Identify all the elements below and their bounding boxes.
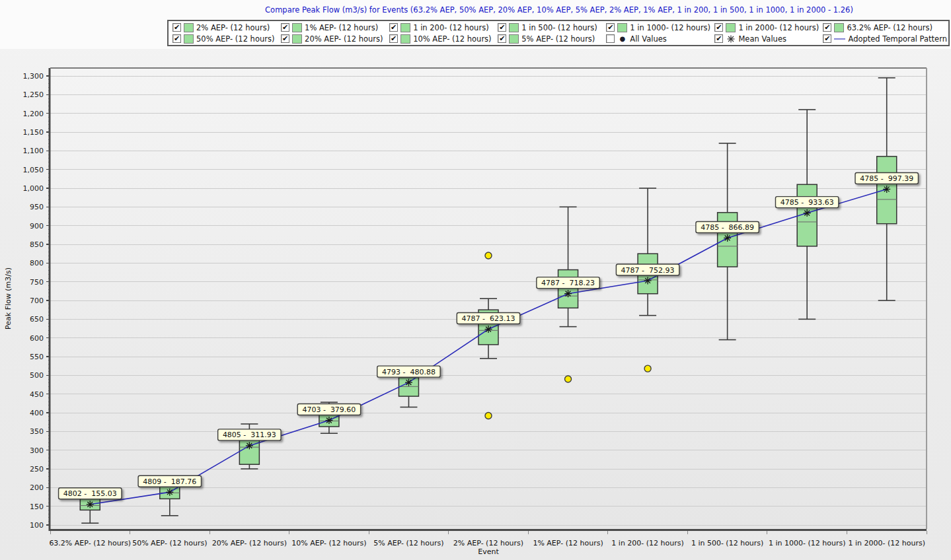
outlier-point[interactable] (485, 252, 492, 259)
box-rect[interactable] (558, 270, 578, 308)
y-axis-tick-label: 1,100 (23, 147, 44, 155)
mean-marker-icon (724, 234, 731, 242)
y-axis-tick-label: 650 (30, 315, 44, 324)
x-axis-label: 1 in 1000- (12 hours) (769, 539, 845, 547)
series-callout-2-aep-12-hours[interactable]: 4787 - 623.13 (457, 313, 519, 324)
y-axis-tick-label: 550 (30, 353, 44, 361)
series-callout-text: 4793 - 480.88 (382, 368, 436, 376)
series-callout-text: 4785 - 933.63 (780, 198, 834, 207)
mean-marker-icon (325, 417, 332, 424)
y-axis-tick-label: 150 (30, 503, 44, 511)
mean-marker-icon (405, 379, 412, 386)
series-callout-10-aep-12-hours[interactable]: 4703 - 379.60 (297, 404, 360, 415)
y-axis-tick-label: 450 (30, 390, 44, 399)
series-callout-1-aep-12-hours[interactable]: 4787 - 718.23 (537, 277, 599, 289)
series-callout-1-in-1000-12-hours[interactable]: 4785 - 933.63 (775, 197, 838, 208)
y-axis-tick-label: 800 (30, 259, 44, 267)
mean-marker-icon (644, 277, 652, 285)
series-callout-text: 4809 - 187.76 (143, 477, 196, 486)
x-axis-label: 1% AEP- (12 hours) (533, 539, 603, 547)
y-axis-tick-label: 600 (30, 334, 44, 343)
series-callout-text: 4802 - 155.03 (63, 489, 117, 498)
y-axis-title: Peak Flow (m3/s) (4, 267, 13, 330)
y-axis-tick-label: 1,300 (23, 72, 44, 81)
series-callout-1-in-500-12-hours[interactable]: 4785 - 866.89 (696, 221, 759, 232)
x-axis-label: 20% AEP- (12 hours) (212, 539, 287, 547)
compare-peak-flow-window: Compare Peak Flow (m3/s) for Events (63.… (0, 0, 951, 560)
y-axis-tick-label: 200 (30, 483, 44, 492)
y-axis-tick-label: 750 (30, 278, 44, 287)
outlier-point[interactable] (644, 365, 651, 372)
series-callout-text: 4785 - 997.39 (860, 174, 913, 183)
mean-marker-icon (87, 501, 94, 508)
series-callout-20-aep-12-hours[interactable]: 4805 - 311.93 (218, 429, 281, 440)
mean-marker-icon (246, 442, 253, 449)
x-axis-label: 10% AEP- (12 hours) (291, 539, 366, 547)
y-axis-tick-label: 100 (30, 521, 44, 530)
mean-marker-icon (166, 489, 173, 496)
mean-marker-icon (564, 290, 572, 297)
y-axis-tick-label: 350 (30, 427, 44, 436)
x-axis-label: 1 in 2000- (12 hours) (848, 539, 925, 547)
y-axis-tick-label: 1,050 (23, 166, 44, 174)
series-callout-50-aep-12-hours[interactable]: 4809 - 187.76 (138, 475, 201, 487)
x-axis-label: 50% AEP- (12 hours) (132, 539, 207, 547)
series-callout-text: 4785 - 866.89 (701, 223, 754, 232)
y-axis-tick-label: 1,150 (23, 128, 44, 137)
y-axis-tick-label: 500 (30, 371, 44, 380)
y-axis-tick-label: 950 (30, 203, 44, 211)
y-axis-tick-label: 400 (30, 409, 44, 417)
mean-marker-icon (883, 186, 890, 193)
series-callout-63-2-aep-12-hours[interactable]: 4802 - 155.03 (59, 488, 122, 499)
outlier-point[interactable] (485, 413, 492, 419)
series-callout-text: 4787 - 752.93 (621, 266, 675, 275)
mean-marker-icon (485, 326, 492, 333)
x-axis-label: 2% AEP- (12 hours) (453, 539, 523, 547)
series-callout-text: 4805 - 311.93 (223, 431, 276, 439)
y-axis-tick-label: 1,250 (23, 90, 44, 99)
x-axis-title: Event (478, 547, 499, 556)
y-axis-tick-label: 700 (30, 297, 44, 305)
x-axis-label: 63.2% AEP- (12 hours) (49, 539, 131, 547)
series-callout-5-aep-12-hours[interactable]: 4793 - 480.88 (377, 366, 440, 377)
x-axis-label: 5% AEP- (12 hours) (373, 539, 443, 547)
peak-flow-box-plot: 1001502002503003504004505005506006507007… (0, 0, 951, 560)
y-axis-tick-label: 250 (30, 465, 44, 473)
x-axis-line (49, 529, 927, 531)
series-callout-text: 4703 - 379.60 (302, 405, 356, 414)
series-callout-text: 4787 - 718.23 (541, 279, 595, 287)
y-axis-tick-label: 1,000 (23, 184, 44, 193)
x-axis-label: 1 in 500- (12 hours) (691, 539, 763, 547)
outlier-point[interactable] (565, 376, 572, 382)
series-callout-1-in-200-12-hours[interactable]: 4787 - 752.93 (616, 264, 679, 275)
y-axis-tick-label: 300 (30, 446, 44, 455)
mean-marker-icon (804, 209, 811, 217)
x-axis-label: 1 in 200- (12 hours) (611, 539, 683, 547)
y-axis-line (49, 68, 51, 529)
y-axis-tick-label: 1,200 (23, 110, 44, 118)
y-axis-tick-label: 850 (30, 240, 44, 249)
series-callout-1-in-2000-12-hours[interactable]: 4785 - 997.39 (855, 172, 918, 184)
series-callout-text: 4787 - 623.13 (462, 314, 515, 323)
y-axis-tick-label: 900 (30, 222, 44, 230)
